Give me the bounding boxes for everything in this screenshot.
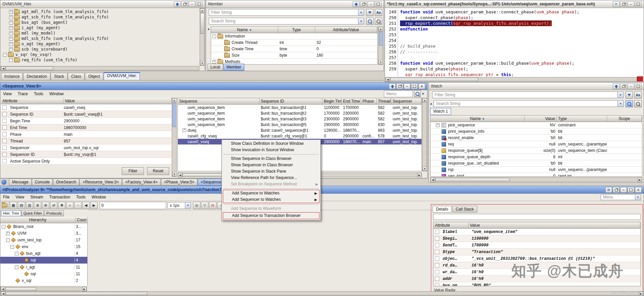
reload-icon[interactable]: ⟳ (605, 187, 612, 193)
menu-item-show-sequencer-in-class-browser[interactable]: Show Sequencer in Class Browser (222, 162, 320, 168)
expander-icon[interactable]: + (9, 21, 13, 24)
tree-item[interactable]: +mdl_scb_fifo (uvm_tlm_analysis_fifo) (1, 36, 199, 41)
tab-object[interactable]: Object (85, 73, 103, 80)
checkbox[interactable] (435, 243, 439, 247)
minimize-icon[interactable]: – (367, 1, 374, 7)
reset-button[interactable]: Reset (147, 167, 169, 175)
reload-icon[interactable]: ⟳ (613, 1, 620, 7)
chevron-down-icon[interactable]: ▼ (358, 9, 364, 15)
cols-icon[interactable]: ▥ (26, 202, 33, 209)
expander-icon[interactable]: - (10, 245, 14, 249)
menu-item-show-sequence-in-class-browser[interactable]: Show Sequence in Class Browser (222, 156, 320, 162)
tab-instance[interactable]: Instance (1, 73, 23, 80)
checkbox[interactable] (435, 263, 439, 268)
menu-window[interactable]: Window (92, 195, 106, 199)
filter-button[interactable]: Filter (122, 167, 144, 175)
sequence-view-menu-box[interactable]: Menu (384, 91, 413, 97)
expander-icon[interactable]: + (9, 48, 13, 51)
checkbox[interactable] (2, 139, 7, 143)
details-table-header[interactable]: Attribute Value (434, 222, 640, 229)
detail-row[interactable]: bus_op"BUS_RD" (434, 282, 640, 286)
member-vertical-scrollbar[interactable]: ▲▼ (378, 26, 383, 65)
tree-item[interactable]: -v_sqr (my_vsqr) (1, 52, 199, 57)
maximize-icon[interactable] (411, 83, 418, 89)
code-line[interactable]: 253 (386, 32, 643, 38)
member-filter-input[interactable]: Filter String▼ (209, 9, 364, 16)
search-icon-button[interactable] (414, 91, 421, 97)
hierarchy-node[interactable]: -i_agt11 (0, 264, 87, 271)
watch-search-input[interactable]: Search String▼ (434, 100, 624, 107)
rows-icon[interactable]: ▤ (18, 202, 25, 209)
target-icon[interactable]: ◎ (193, 202, 200, 209)
menu-item-show-invocation-in-source-window[interactable]: Show Invocation in Source Window (222, 147, 320, 153)
hierarchy-node[interactable]: +v_sqr2 (0, 277, 87, 284)
search-icon-button[interactable] (626, 100, 633, 107)
expander-icon[interactable]: + (212, 60, 216, 64)
expander-icon[interactable]: - (2, 225, 5, 229)
tab-declaration[interactable]: Declaration (23, 73, 50, 80)
attribute-row[interactable]: Phasemain (1, 131, 171, 138)
expander-icon[interactable]: - (15, 265, 18, 269)
checkbox[interactable] (2, 152, 7, 157)
menu-window[interactable]: Window (49, 92, 64, 96)
tab--phase-view-5-[interactable]: <Phase_View:5> (161, 179, 198, 186)
menu-item-add-sequencer-to-watches[interactable]: Add Sequencer to Watches▶ (223, 196, 319, 203)
attribute-row[interactable]: Sequence ID$unit::case0_vseq@1 (1, 111, 171, 118)
zoom-in-icon[interactable]: ＋ (66, 202, 73, 209)
hierarchy-node[interactable]: -bus_agt4 (0, 250, 87, 257)
table-row[interactable]: +Sizebyte160 (211, 52, 377, 59)
sequence-table-header[interactable]: Sequence Sequence ID Begin Tim End Time … (178, 98, 422, 105)
attribute-table-header[interactable]: Attribute Value (1, 98, 171, 104)
attribute-row[interactable]: Sequencer ID$unit::my_vsqr@1 (1, 151, 171, 158)
attribute-row[interactable]: Sequencecase0_vseq (1, 104, 171, 111)
sequence-row[interactable]: +uvm_sequence_item$unit::bus_transaction… (178, 110, 422, 116)
table-row[interactable]: -Information (211, 33, 377, 40)
red-r-icon[interactable]: R (209, 202, 216, 209)
tree-item[interactable]: +mdl (my_model) (1, 31, 199, 36)
case-sensitive-button[interactable]: Aa (375, 9, 382, 16)
tab-console[interactable]: Console (32, 179, 53, 186)
chevron-down-icon[interactable]: ▼ (617, 101, 623, 107)
float-icon[interactable] (396, 83, 403, 89)
tree-item[interactable]: -req_fifo (uvm_tlm_fifo) (1, 57, 199, 63)
code-line[interactable]: 257 (386, 55, 643, 60)
maximize-icon[interactable] (635, 1, 642, 7)
float-icon[interactable] (613, 187, 620, 193)
attribute-row[interactable]: Thread857 (1, 138, 171, 144)
code-line[interactable]: 249function void uvm_sequencer_param_bas… (386, 9, 643, 15)
chevron-down-icon[interactable]: ▼ (358, 18, 364, 24)
float-icon[interactable] (620, 1, 627, 7)
float-icon[interactable] (360, 1, 367, 7)
tree-item[interactable]: +o_agt (my_agent) (1, 41, 199, 47)
expander-icon[interactable]: - (9, 58, 13, 62)
table-row[interactable]: +Create Timetime0 (211, 46, 377, 52)
time-unit-select[interactable]: x 1ps▼ (167, 202, 191, 209)
search-all-icon-button[interactable] (634, 100, 642, 107)
watch-row[interactable]: +print_sequence_info'b0bit (431, 128, 642, 135)
attribute-row[interactable]: Sequenceruvm_test_top.v_sqr (1, 144, 171, 151)
watch-row[interactable]: +reqnulluvm_sequenc...(paramtype) (431, 141, 642, 147)
close-icon[interactable]: × (418, 83, 425, 89)
tree-item[interactable]: +agt_scb_fifo (uvm_tlm_analysis_fifo) (1, 14, 199, 20)
hierarchy-node[interactable]: -uvm_test_top17 (0, 237, 87, 243)
tree-item[interactable]: +agt_mdl_fifo (uvm_tlm_analysis_fifo) (1, 9, 199, 14)
cross-icon[interactable]: ✚ (58, 202, 65, 209)
menu-tools[interactable]: Tools (76, 195, 86, 199)
tab-stack[interactable]: Stack (51, 73, 67, 80)
minimize-icon[interactable]: – (189, 1, 195, 7)
member-table-header[interactable]: Name ▼ Type Attribute/Value (211, 27, 377, 33)
minimize-icon[interactable]: – (628, 83, 634, 89)
hierarchy-node[interactable]: -$trans_root3... (0, 223, 87, 230)
swap-icon[interactable]: ⇄ (50, 202, 57, 209)
expander-icon[interactable]: - (6, 238, 10, 242)
menu-stream[interactable]: Stream (30, 195, 43, 199)
hierarchy-node[interactable]: -env15 (0, 243, 87, 250)
maximize-icon[interactable] (196, 1, 203, 7)
watch-row[interactable]: +rspnulluvm_sequenc...(paramtype) (431, 167, 642, 173)
sequence-row[interactable]: +case0_cfg_vseq$unit::case0_cfg_vseq@102… (178, 133, 422, 139)
maximize-icon[interactable] (628, 187, 634, 193)
sequence-row[interactable]: +uvm_sequence_item$unit::bus_transaction… (178, 122, 422, 127)
expander-icon[interactable]: + (9, 42, 13, 46)
checkbox[interactable] (435, 250, 439, 254)
tab-details[interactable]: Details (433, 206, 452, 213)
